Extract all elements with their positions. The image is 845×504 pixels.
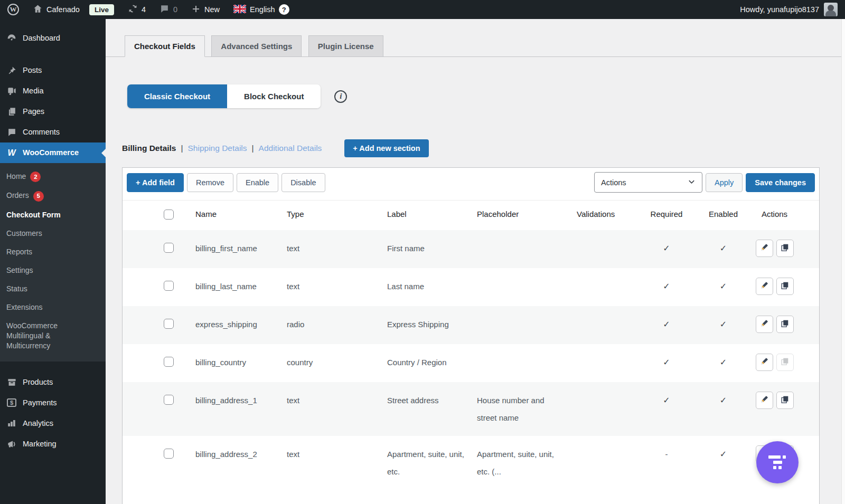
submenu-item-wcml[interactable]: WooCommerce Multilingual & Multicurrency: [0, 317, 90, 355]
comment-bubble-icon: [159, 4, 170, 15]
plugin-tabbar: Checkout Fields Advanced Settings Plugin…: [106, 19, 845, 57]
orders-badge: 5: [33, 191, 44, 202]
sidebar-item-analytics[interactable]: Analytics: [0, 413, 106, 434]
info-icon[interactable]: i: [334, 90, 347, 103]
field-label: Country / Region: [387, 354, 466, 371]
language-switcher[interactable]: English ?: [233, 4, 289, 15]
new-content-link[interactable]: New: [191, 4, 220, 15]
remove-button[interactable]: Remove: [187, 173, 233, 192]
edit-field-button[interactable]: [756, 392, 773, 409]
sidebar-label: Pages: [23, 107, 44, 117]
products-box-icon: [6, 377, 17, 387]
edit-field-button[interactable]: [756, 240, 773, 257]
enable-button[interactable]: Enable: [237, 173, 278, 192]
edit-field-button[interactable]: [756, 278, 773, 295]
required-check: ✓: [637, 392, 696, 409]
row-checkbox[interactable]: [164, 281, 174, 291]
payments-icon: $: [6, 398, 17, 407]
wordpress-logo-menu[interactable]: W: [7, 4, 19, 15]
plus-icon: [191, 4, 201, 15]
edit-field-button[interactable]: [756, 354, 773, 371]
sidebar-item-posts[interactable]: Posts: [0, 60, 106, 81]
row-checkbox[interactable]: [164, 243, 174, 253]
row-checkbox[interactable]: [164, 449, 174, 459]
home-icon: [33, 4, 43, 15]
dashboard-icon: [6, 33, 17, 43]
sidebar-label: Comments: [23, 127, 60, 137]
row-checkbox[interactable]: [164, 395, 174, 405]
pencil-icon: [759, 319, 769, 330]
submenu-label: WooCommerce Multilingual & Multicurrency: [6, 321, 58, 350]
submenu-label: Checkout Form: [6, 211, 61, 219]
submenu-label: Customers: [6, 229, 42, 237]
support-widget-fab[interactable]: [756, 441, 799, 483]
updates-link[interactable]: 4: [128, 4, 146, 15]
row-checkbox[interactable]: [164, 357, 174, 367]
pencil-icon: [759, 281, 769, 292]
submenu-item-extensions[interactable]: Extensions: [0, 298, 106, 317]
copy-icon: [780, 243, 790, 254]
avatar: [824, 3, 838, 16]
row-checkbox[interactable]: [164, 319, 174, 329]
field-name: billing_first_name: [195, 240, 287, 257]
new-label: New: [204, 5, 220, 14]
scrollbar[interactable]: [841, 19, 845, 504]
tab-advanced-settings[interactable]: Advanced Settings: [211, 35, 302, 57]
disable-button[interactable]: Disable: [281, 173, 325, 192]
woocommerce-logo-icon: W: [6, 148, 17, 158]
chevron-down-icon: [688, 178, 696, 187]
admin-bar: W Cafenado Live 4 0 New: [0, 0, 845, 19]
submenu-item-status[interactable]: Status: [0, 280, 106, 298]
tab-plugin-license[interactable]: Plugin License: [308, 35, 383, 57]
duplicate-field-button[interactable]: [776, 278, 794, 295]
submenu-item-customers[interactable]: Customers: [0, 224, 106, 243]
table-row: billing_address_2 text Apartment, suite,…: [123, 436, 819, 490]
sidebar-item-comments[interactable]: Comments: [0, 122, 106, 142]
sidebar-item-payments[interactable]: $ Payments: [0, 393, 106, 413]
help-icon[interactable]: ?: [279, 4, 289, 15]
comments-count: 0: [173, 5, 177, 14]
site-name: Cafenado: [46, 5, 80, 14]
sidebar-item-marketing[interactable]: Marketing: [0, 434, 106, 454]
save-changes-button[interactable]: Save changes: [746, 173, 815, 192]
add-new-section-button[interactable]: + Add new section: [344, 139, 428, 157]
sidebar-item-media[interactable]: Media: [0, 81, 106, 101]
sidebar-item-dashboard[interactable]: Dashboard: [0, 27, 106, 49]
enabled-check: ✓: [696, 354, 751, 371]
comments-link[interactable]: 0: [159, 4, 177, 15]
required-check: ✓: [637, 354, 696, 371]
field-type: country: [287, 354, 387, 371]
sidebar-item-products[interactable]: Products: [0, 372, 106, 393]
duplicate-field-button[interactable]: [776, 240, 794, 257]
classic-checkout-button[interactable]: Classic Checkout: [127, 84, 227, 108]
sidebar-item-pages[interactable]: Pages: [0, 101, 106, 122]
submenu-item-checkout-form[interactable]: Checkout Form: [0, 206, 106, 224]
site-name-link[interactable]: Cafenado: [33, 4, 80, 15]
section-shipping-details[interactable]: Shipping Details: [188, 144, 247, 153]
submenu-item-reports[interactable]: Reports: [0, 243, 106, 261]
edit-field-button[interactable]: [756, 316, 773, 333]
submenu-item-home[interactable]: Home2: [0, 167, 106, 186]
duplicate-field-button[interactable]: [776, 392, 794, 409]
duplicate-field-button[interactable]: [776, 316, 794, 333]
table-header: Name Type Label Placeholder Validations …: [123, 200, 819, 230]
sidebar-label: Analytics: [23, 419, 53, 429]
block-checkout-button[interactable]: Block Checkout: [227, 84, 321, 108]
actions-select[interactable]: Actions: [594, 172, 702, 193]
uk-flag-icon: [233, 5, 246, 15]
sidebar-item-woocommerce[interactable]: W WooCommerce: [0, 142, 106, 163]
add-field-button[interactable]: + Add field: [127, 173, 184, 192]
apply-button[interactable]: Apply: [706, 173, 743, 192]
bulk-actions-toolbar: + Add field Remove Enable Disable Action…: [123, 168, 819, 197]
account-menu[interactable]: Howdy, yunafupijo8137: [740, 3, 838, 16]
wordpress-logo-icon: W: [7, 4, 19, 15]
select-all-checkbox[interactable]: [164, 210, 174, 220]
section-additional-details[interactable]: Additional Details: [259, 144, 322, 153]
fields-panel: + Add field Remove Enable Disable Action…: [122, 167, 820, 504]
submenu-item-orders[interactable]: Orders5: [0, 186, 106, 205]
enabled-check: ✓: [696, 445, 751, 463]
submenu-item-settings[interactable]: Settings: [0, 261, 106, 280]
section-billing-details[interactable]: Billing Details: [122, 144, 176, 153]
field-name: express_shipping: [195, 316, 287, 333]
tab-checkout-fields[interactable]: Checkout Fields: [125, 35, 205, 57]
